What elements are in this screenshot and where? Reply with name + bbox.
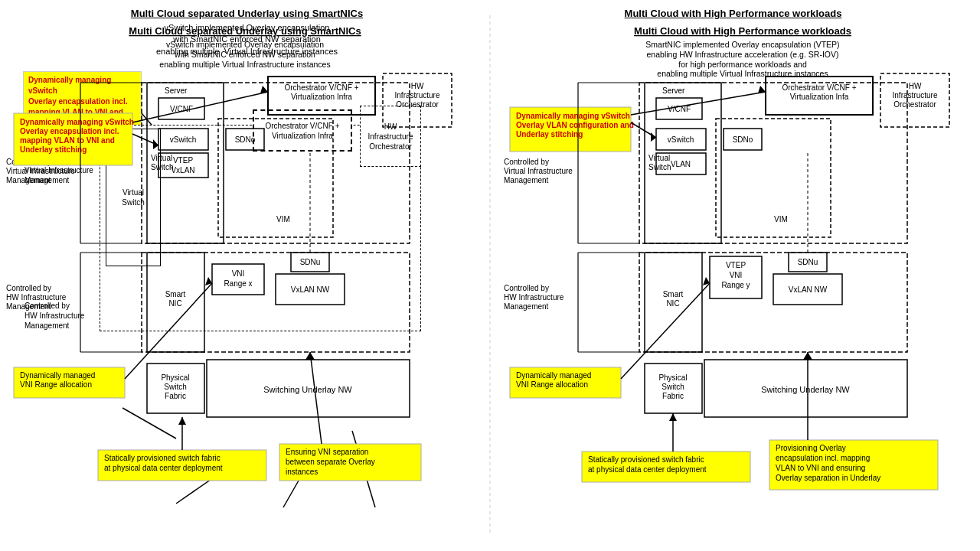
svg-marker-142 xyxy=(651,132,656,142)
svg-text:between separate Overlay: between separate Overlay xyxy=(286,458,375,466)
svg-text:VTEP: VTEP xyxy=(173,156,193,165)
svg-text:Overlay VLAN configuration and: Overlay VLAN configuration and xyxy=(516,121,634,129)
svg-text:Management: Management xyxy=(6,302,51,311)
svg-text:Virtual Infrastructure: Virtual Infrastructure xyxy=(6,167,75,175)
svg-text:Ensuring VNI separation: Ensuring VNI separation xyxy=(286,448,368,456)
svg-text:Management: Management xyxy=(6,176,51,184)
svg-text:Orchestrator: Orchestrator xyxy=(396,100,439,109)
svg-text:Statically provisioned switch : Statically provisioned switch fabric xyxy=(588,455,704,464)
svg-text:Smart: Smart xyxy=(663,290,684,298)
svg-text:Dynamically managed: Dynamically managed xyxy=(20,371,95,380)
svg-text:Provisioning Overlay: Provisioning Overlay xyxy=(776,444,846,452)
svg-text:VxLAN NW: VxLAN NW xyxy=(291,285,330,294)
svg-text:SDNu: SDNu xyxy=(798,258,818,266)
svg-text:Switch: Switch xyxy=(662,383,684,391)
full-diagram: Multi Cloud separated Underlay using Sma… xyxy=(0,0,980,551)
svg-text:NIC: NIC xyxy=(168,299,181,308)
svg-text:Range x: Range x xyxy=(224,279,252,288)
svg-text:VNI Range allocation: VNI Range allocation xyxy=(20,380,92,389)
svg-line-160 xyxy=(631,92,766,115)
svg-text:Virtualization Infra: Virtualization Infra xyxy=(291,93,352,101)
svg-text:VxLAN NW: VxLAN NW xyxy=(789,285,828,294)
svg-text:at physical data center deploy: at physical data center deployment xyxy=(104,464,223,472)
svg-text:Switching  Underlay NW: Switching Underlay NW xyxy=(761,385,850,394)
svg-text:HW Infrastructure: HW Infrastructure xyxy=(6,293,67,302)
svg-text:Underlay stitching: Underlay stitching xyxy=(516,130,583,139)
svg-text:Virtual: Virtual xyxy=(648,154,670,162)
svg-text:VTEP: VTEP xyxy=(726,261,746,269)
svg-text:HW: HW xyxy=(909,82,922,90)
svg-text:Orchestrator V/CNF +: Orchestrator V/CNF + xyxy=(285,83,359,92)
svg-text:vSwitch: vSwitch xyxy=(170,135,196,144)
svg-text:Management: Management xyxy=(504,176,549,184)
svg-text:Statically provisioned switch : Statically provisioned switch fabric xyxy=(104,454,220,462)
svg-text:instances: instances xyxy=(286,468,318,476)
svg-text:enabling multiple  Virtual Inf: enabling multiple Virtual Infrastructure… xyxy=(159,60,330,69)
svg-text:VNI: VNI xyxy=(232,269,245,278)
svg-text:VIM: VIM xyxy=(276,215,290,223)
svg-text:Physical: Physical xyxy=(658,373,687,382)
svg-text:Physical: Physical xyxy=(161,373,189,382)
svg-text:Switching  Underlay NW: Switching Underlay NW xyxy=(263,385,352,394)
svg-text:Switch: Switch xyxy=(151,163,173,171)
svg-text:encapsulation incl. mapping: encapsulation incl. mapping xyxy=(776,454,870,462)
svg-text:VNI: VNI xyxy=(730,271,743,279)
svg-text:Overlay encapsulation incl.: Overlay encapsulation incl. xyxy=(20,127,119,135)
svg-text:Virtual Infrastructure: Virtual Infrastructure xyxy=(504,167,573,175)
svg-text:HW: HW xyxy=(411,82,424,90)
svg-text:vSwitch implemented Overlay en: vSwitch implemented Overlay encapsulatio… xyxy=(166,40,324,49)
svg-text:HW Infrastructure: HW Infrastructure xyxy=(504,293,564,302)
svg-text:VNI Range allocation: VNI Range allocation xyxy=(516,380,588,389)
svg-text:at physical data center deploy: at physical data center deployment xyxy=(588,465,707,474)
svg-marker-70 xyxy=(178,417,186,425)
svg-text:VLAN to VNI and ensuring: VLAN to VNI and ensuring xyxy=(776,464,865,472)
svg-text:Virtualization Infa: Virtualization Infa xyxy=(790,93,849,101)
svg-text:Infrastructure: Infrastructure xyxy=(395,91,440,99)
svg-text:Controlled by: Controlled by xyxy=(504,158,549,166)
svg-text:with SmartNIC enforced NW sepa: with SmartNIC enforced NW separation xyxy=(174,50,315,59)
svg-text:Fabric: Fabric xyxy=(165,392,186,400)
svg-text:Server: Server xyxy=(165,86,188,95)
svg-text:VxLAN: VxLAN xyxy=(171,166,194,174)
svg-text:Management: Management xyxy=(504,302,549,311)
svg-text:Orchestrator V/CNF +: Orchestrator V/CNF + xyxy=(782,83,857,92)
svg-text:VIM: VIM xyxy=(774,215,788,223)
svg-text:Overlay separation in Underlay: Overlay separation in Underlay xyxy=(776,474,880,482)
svg-text:Server: Server xyxy=(662,86,685,95)
svg-text:SDNo: SDNo xyxy=(733,135,753,144)
svg-text:SDNu: SDNu xyxy=(300,258,321,266)
svg-text:Controlled by: Controlled by xyxy=(504,284,549,292)
svg-text:Fabric: Fabric xyxy=(662,392,684,400)
svg-text:Switch: Switch xyxy=(648,163,671,171)
left-title-text: Multi Cloud separated Underlay using Sma… xyxy=(129,25,361,37)
svg-text:VLAN: VLAN xyxy=(671,160,691,168)
svg-text:Dynamically managing vSwitch: Dynamically managing vSwitch xyxy=(516,112,630,120)
svg-text:Dynamically managed: Dynamically managed xyxy=(516,371,591,380)
svg-text:vSwitch: vSwitch xyxy=(668,135,694,144)
svg-text:SDNo: SDNo xyxy=(235,135,256,144)
svg-marker-159 xyxy=(803,352,812,360)
svg-line-75 xyxy=(310,352,322,444)
svg-text:Virtual: Virtual xyxy=(151,154,172,162)
svg-text:NIC: NIC xyxy=(666,299,679,308)
svg-text:for high performance workloads: for high performance workloads and xyxy=(678,60,807,69)
svg-marker-76 xyxy=(305,352,315,360)
svg-text:Underlay stitching: Underlay stitching xyxy=(20,145,87,154)
svg-marker-152 xyxy=(669,413,677,421)
svg-text:Smart: Smart xyxy=(165,290,186,298)
svg-text:Orchestrator: Orchestrator xyxy=(893,100,936,109)
svg-text:Controlled by: Controlled by xyxy=(6,284,51,292)
svg-text:Range y: Range y xyxy=(721,281,750,289)
svg-line-77 xyxy=(132,92,268,122)
svg-text:enabling HW Infrastructure acc: enabling HW Infrastructure acceleration … xyxy=(647,50,839,59)
svg-text:Infrastructure: Infrastructure xyxy=(893,91,938,99)
svg-text:mapping VLAN to VNI and: mapping VLAN to VNI and xyxy=(20,136,115,145)
svg-text:SmartNIC implemented Overlay e: SmartNIC implemented Overlay encapsulati… xyxy=(645,40,839,49)
svg-marker-60 xyxy=(153,139,158,149)
svg-text:Multi Cloud with High Performa: Multi Cloud with High Performance worklo… xyxy=(634,25,851,37)
svg-text:Dynamically managing vSwitch: Dynamically managing vSwitch xyxy=(20,118,134,126)
svg-text:Switch: Switch xyxy=(164,383,186,391)
